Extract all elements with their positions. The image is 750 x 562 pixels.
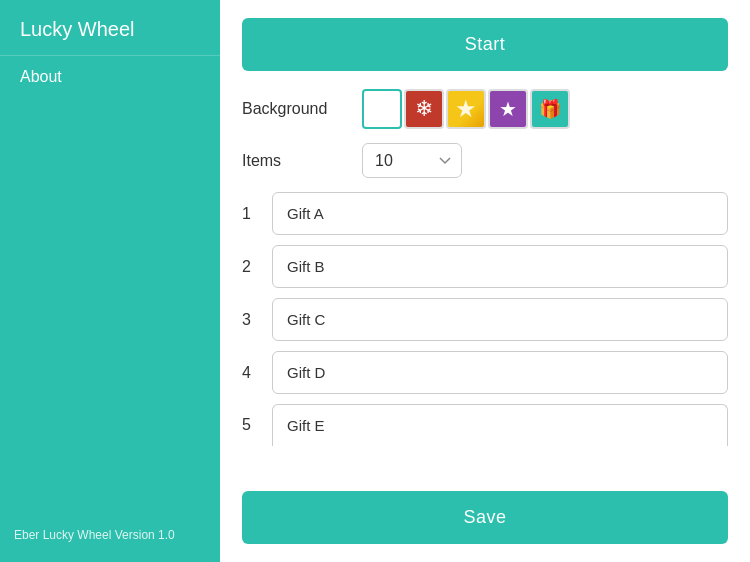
item-num-3: 3 (242, 311, 272, 329)
item-row-partial: 5 (242, 404, 728, 446)
item-row: 2 (242, 245, 728, 288)
sidebar-title: Lucky Wheel (0, 0, 220, 56)
background-swatches: ❄ ★ ★ 🎁 (362, 89, 570, 129)
item-row: 4 (242, 351, 728, 394)
bg-swatch-purple[interactable]: ★ (488, 89, 528, 129)
items-row: Items 5 10 15 20 (242, 143, 728, 178)
items-count-select[interactable]: 5 10 15 20 (362, 143, 462, 178)
sidebar-about-link[interactable]: About (0, 56, 220, 98)
item-input-5[interactable] (272, 404, 728, 446)
sidebar-footer: Eber Lucky Wheel Version 1.0 (0, 518, 220, 552)
main-content: Start Background ❄ ★ ★ 🎁 Items 5 10 15 2 (220, 0, 750, 562)
sun-icon: ★ (455, 95, 477, 123)
item-input-2[interactable] (272, 245, 728, 288)
sidebar: Lucky Wheel About Eber Lucky Wheel Versi… (0, 0, 220, 562)
item-num-2: 2 (242, 258, 272, 276)
gift-icon: 🎁 (539, 98, 561, 120)
item-row: 1 (242, 192, 728, 235)
item-input-1[interactable] (272, 192, 728, 235)
items-label: Items (242, 152, 362, 170)
star-icon: ★ (499, 97, 517, 121)
bg-swatch-teal[interactable]: 🎁 (530, 89, 570, 129)
item-num-4: 4 (242, 364, 272, 382)
bg-swatch-red[interactable]: ❄ (404, 89, 444, 129)
item-row: 3 (242, 298, 728, 341)
items-container: 1 2 3 4 5 (242, 192, 728, 481)
bg-swatch-white[interactable] (362, 89, 402, 129)
start-button[interactable]: Start (242, 18, 728, 71)
snowflake-icon: ❄ (415, 96, 433, 122)
item-input-4[interactable] (272, 351, 728, 394)
background-row: Background ❄ ★ ★ 🎁 (242, 89, 728, 129)
background-label: Background (242, 100, 362, 118)
item-num-1: 1 (242, 205, 272, 223)
item-input-3[interactable] (272, 298, 728, 341)
item-num-5: 5 (242, 416, 272, 434)
bg-swatch-gold[interactable]: ★ (446, 89, 486, 129)
save-button[interactable]: Save (242, 491, 728, 544)
